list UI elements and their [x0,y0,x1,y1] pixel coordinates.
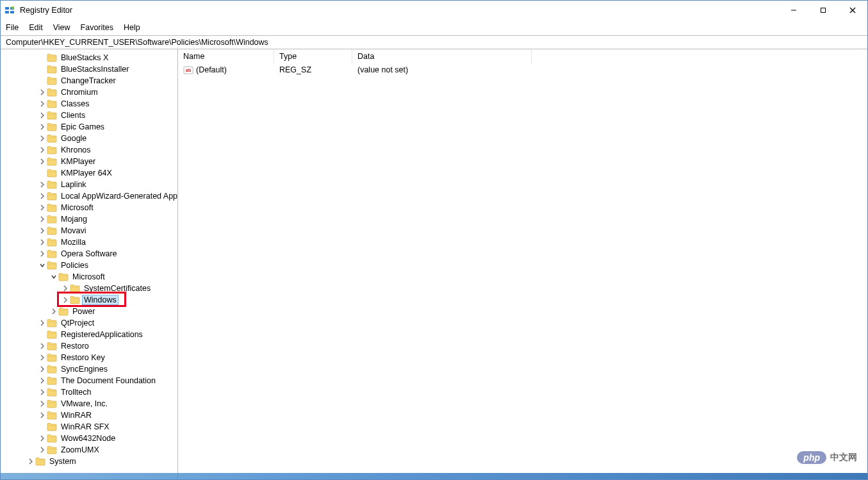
folder-icon [47,53,57,62]
chevron-right-icon[interactable] [38,111,47,120]
tree-item[interactable]: BlueStacksInstaller [1,63,177,75]
tree-item[interactable]: System [1,456,177,467]
tree-item[interactable]: Google [1,133,177,144]
tree-item-label: Mojang [60,215,88,224]
chevron-right-icon[interactable] [38,226,47,235]
tree-item[interactable]: Microsoft [1,202,177,213]
tree-item[interactable]: Chromium [1,87,177,98]
tree-item[interactable]: The Document Foundation [1,375,177,386]
chevron-right-icon[interactable] [38,411,47,420]
tree-item[interactable]: Policies [1,260,177,271]
chevron-right-icon[interactable] [38,145,47,154]
svg-point-4 [12,6,14,9]
tree-item-label: System [48,457,78,466]
tree-item[interactable]: Windows [1,294,177,306]
chevron-right-icon[interactable] [38,388,47,397]
column-headers[interactable]: Name Type Data [178,49,867,63]
tree-item-label: Classes [60,99,90,108]
tree-item[interactable]: Restoro Key [1,352,177,363]
chevron-right-icon[interactable] [38,99,47,108]
tree-item[interactable]: Khronos [1,144,177,156]
close-button[interactable] [838,1,867,20]
tree-item[interactable]: Trolltech [1,386,177,398]
window-controls [779,1,867,20]
minimize-button[interactable] [779,1,808,20]
tree-item[interactable]: ZoomUMX [1,444,177,456]
tree-item[interactable]: VMware, Inc. [1,398,177,410]
chevron-right-icon[interactable] [38,192,47,201]
column-name[interactable]: Name [178,49,274,63]
tree-item[interactable]: Laplink [1,179,177,190]
column-data[interactable]: Data [352,49,532,63]
svg-rect-3 [10,11,14,13]
chevron-placeholder [38,76,47,85]
address-input[interactable] [4,37,864,47]
tree-item[interactable]: Classes [1,98,177,110]
tree-item[interactable]: Microsoft [1,271,177,283]
menu-edit[interactable]: Edit [29,23,43,32]
chevron-right-icon[interactable] [38,319,47,327]
tree-item[interactable]: Local AppWizard-Generated Applications [1,190,177,202]
maximize-button[interactable] [808,1,838,20]
tree-item[interactable]: ChangeTracker [1,75,177,87]
tree-item[interactable]: KMPlayer 64X [1,167,177,179]
chevron-right-icon[interactable] [61,295,70,304]
window-title: Registry Editor [20,6,72,15]
chevron-down-icon[interactable] [49,272,58,281]
tree-item-label: KMPlayer 64X [60,169,113,178]
tree-item[interactable]: Power [1,306,177,317]
tree-item[interactable]: SystemCertificates [1,283,177,294]
chevron-right-icon[interactable] [38,445,47,454]
chevron-right-icon[interactable] [38,157,47,166]
tree-item[interactable]: Opera Software [1,248,177,260]
titlebar[interactable]: Registry Editor [1,1,867,20]
chevron-right-icon[interactable] [38,376,47,385]
menu-favorites[interactable]: Favorites [81,23,113,32]
chevron-right-icon[interactable] [26,457,35,466]
registry-tree: BlueStacks XBlueStacksInstallerChangeTra… [1,52,177,467]
folder-icon [35,457,45,466]
menu-view[interactable]: View [53,23,70,32]
tree-item[interactable]: Movavi [1,225,177,236]
folder-icon [47,88,57,97]
menu-help[interactable]: Help [124,23,140,32]
chevron-right-icon[interactable] [38,249,47,258]
chevron-right-icon[interactable] [38,365,47,374]
chevron-down-icon[interactable] [38,261,47,270]
chevron-right-icon[interactable] [38,203,47,212]
value-row[interactable]: ab(Default)REG_SZ(value not set) [178,63,867,76]
tree-item[interactable]: Clients [1,110,177,121]
tree-item[interactable]: Epic Games [1,121,177,133]
chevron-right-icon[interactable] [49,307,58,316]
tree-item[interactable]: WinRAR SFX [1,421,177,433]
chevron-right-icon[interactable] [38,134,47,143]
tree-pane[interactable]: BlueStacks XBlueStacksInstallerChangeTra… [1,49,178,479]
tree-item-label: BlueStacks X [60,53,110,62]
chevron-right-icon[interactable] [38,122,47,131]
tree-item[interactable]: Restoro [1,340,177,352]
folder-icon [70,284,80,293]
chevron-right-icon[interactable] [38,342,47,351]
tree-item[interactable]: KMPlayer [1,156,177,167]
tree-item[interactable]: QtProject [1,317,177,329]
chevron-right-icon[interactable] [38,88,47,97]
column-type[interactable]: Type [274,49,352,63]
menu-file[interactable]: File [6,23,19,32]
tree-item[interactable]: Mozilla [1,236,177,248]
value-list[interactable]: ab(Default)REG_SZ(value not set) [178,63,867,479]
chevron-right-icon[interactable] [38,180,47,189]
chevron-right-icon[interactable] [61,284,70,293]
tree-item[interactable]: Mojang [1,213,177,225]
tree-item[interactable]: RegisteredApplications [1,329,177,340]
tree-item[interactable]: BlueStacks X [1,52,177,63]
chevron-right-icon[interactable] [38,353,47,362]
tree-item[interactable]: WinRAR [1,410,177,421]
chevron-right-icon[interactable] [38,399,47,408]
chevron-right-icon[interactable] [38,238,47,247]
folder-icon [47,411,57,420]
tree-item-label: Epic Games [60,122,106,131]
tree-item[interactable]: Wow6432Node [1,433,177,444]
tree-item[interactable]: SyncEngines [1,363,177,375]
chevron-right-icon[interactable] [38,434,47,443]
chevron-right-icon[interactable] [38,215,47,224]
